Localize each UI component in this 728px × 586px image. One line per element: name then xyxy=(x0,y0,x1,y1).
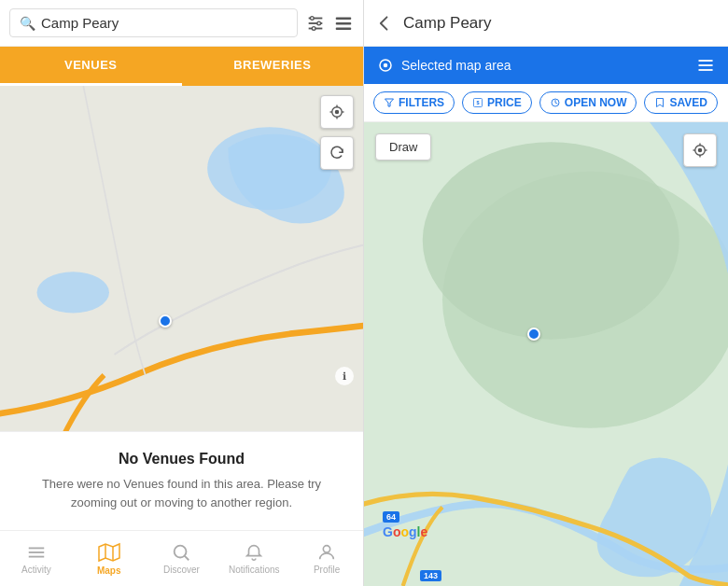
location-circle-icon xyxy=(377,57,394,74)
tabs-bar: VENUES BREWERIES xyxy=(0,47,363,86)
bottom-nav: Activity Maps Discover Notifications xyxy=(0,530,363,586)
location-button-right[interactable] xyxy=(683,133,717,167)
menu-icon-btn[interactable] xyxy=(333,13,354,34)
right-panel: Camp Peary Selected map area FILTERS $ P xyxy=(364,0,728,586)
crosshair-icon-right xyxy=(692,142,708,159)
map-area-right: Draw Google 64 143 xyxy=(364,122,728,586)
dollar-icon: $ xyxy=(472,97,483,108)
svg-point-29 xyxy=(384,63,388,68)
filter-bar: FILTERS $ PRICE OPEN NOW SAVED xyxy=(364,84,728,122)
sliders-icon xyxy=(305,13,326,34)
no-venues-title: No Venues Found xyxy=(22,451,341,467)
svg-text:$: $ xyxy=(477,100,480,105)
tab-breweries[interactable]: BREWERIES xyxy=(182,47,364,86)
location-dot-left xyxy=(159,314,172,328)
clock-icon xyxy=(550,97,561,108)
road-label-143: 143 xyxy=(420,570,441,581)
menu-icon-right[interactable] xyxy=(696,56,715,75)
filter-chip-price-label: PRICE xyxy=(487,96,522,109)
svg-point-11 xyxy=(37,272,109,313)
svg-rect-6 xyxy=(336,17,352,19)
svg-point-4 xyxy=(317,21,321,25)
refresh-button-left[interactable] xyxy=(320,136,354,170)
svg-point-25 xyxy=(175,546,187,558)
filter-chip-saved[interactable]: SAVED xyxy=(644,91,717,114)
right-header: Camp Peary xyxy=(364,0,728,47)
maps-icon xyxy=(98,541,120,564)
filter-chip-price[interactable]: $ PRICE xyxy=(462,91,532,114)
filter-chip-filters-label: FILTERS xyxy=(399,96,444,109)
svg-point-3 xyxy=(311,16,315,20)
nav-discover-label: Discover xyxy=(163,565,200,575)
notifications-icon xyxy=(244,542,264,563)
filter-chip-filters[interactable]: FILTERS xyxy=(373,91,455,114)
nav-maps[interactable]: Maps xyxy=(73,541,146,576)
svg-point-39 xyxy=(423,142,679,339)
nav-maps-label: Maps xyxy=(97,565,121,576)
back-arrow-icon xyxy=(375,14,394,33)
right-title: Camp Peary xyxy=(403,14,491,33)
svg-marker-22 xyxy=(99,544,119,561)
refresh-icon xyxy=(329,145,345,161)
location-dot-right xyxy=(527,328,540,341)
svg-point-5 xyxy=(312,26,315,30)
nav-activity-label: Activity xyxy=(21,565,51,575)
nav-activity[interactable]: Activity xyxy=(0,542,73,575)
svg-marker-33 xyxy=(385,99,394,106)
filter-chip-saved-label: SAVED xyxy=(669,96,707,109)
search-bar: 🔍 xyxy=(0,0,363,47)
crosshair-icon xyxy=(329,104,345,120)
selected-area-bar: Selected map area xyxy=(364,47,728,84)
svg-rect-8 xyxy=(336,27,352,29)
filter-chip-open-now[interactable]: OPEN NOW xyxy=(539,91,637,114)
svg-line-26 xyxy=(185,556,189,561)
no-venues-card: No Venues Found There were no Venues fou… xyxy=(0,431,363,530)
bookmark-icon xyxy=(654,97,665,108)
nav-notifications[interactable]: Notifications xyxy=(217,542,290,575)
nav-notifications-label: Notifications xyxy=(229,565,279,575)
no-venues-body: There were no Venues found in this area.… xyxy=(22,475,341,511)
filter-chip-open-now-label: OPEN NOW xyxy=(565,96,627,109)
hamburger-icon xyxy=(333,13,354,34)
search-icon: 🔍 xyxy=(20,16,35,31)
tab-venues[interactable]: VENUES xyxy=(0,47,182,86)
search-input[interactable] xyxy=(41,15,287,31)
search-input-wrap[interactable]: 🔍 xyxy=(9,8,298,37)
svg-point-41 xyxy=(698,148,703,153)
filter-icon-btn[interactable] xyxy=(305,13,326,34)
map-background-right xyxy=(364,122,728,586)
svg-point-27 xyxy=(323,546,329,552)
discover-icon xyxy=(171,542,191,563)
filter-chip-icon xyxy=(384,97,395,108)
google-logo: Google xyxy=(383,524,427,539)
svg-point-14 xyxy=(335,110,340,115)
location-button-left[interactable] xyxy=(320,95,354,129)
nav-discover[interactable]: Discover xyxy=(146,542,218,575)
profile-icon xyxy=(316,542,337,563)
left-panel: 🔍 VENUES BREWERIES xyxy=(0,0,364,586)
draw-button[interactable]: Draw xyxy=(375,133,431,160)
selected-area-label: Selected map area xyxy=(401,58,689,73)
activity-icon xyxy=(26,542,47,563)
nav-profile[interactable]: Profile xyxy=(290,542,363,575)
nav-profile-label: Profile xyxy=(314,565,340,575)
back-button[interactable] xyxy=(375,14,394,33)
svg-rect-7 xyxy=(336,22,352,24)
info-icon-left[interactable]: ℹ xyxy=(335,367,354,385)
road-label-64: 64 xyxy=(383,511,399,523)
map-area-left: ℹ No Venues Found There were no Venues f… xyxy=(0,86,363,530)
